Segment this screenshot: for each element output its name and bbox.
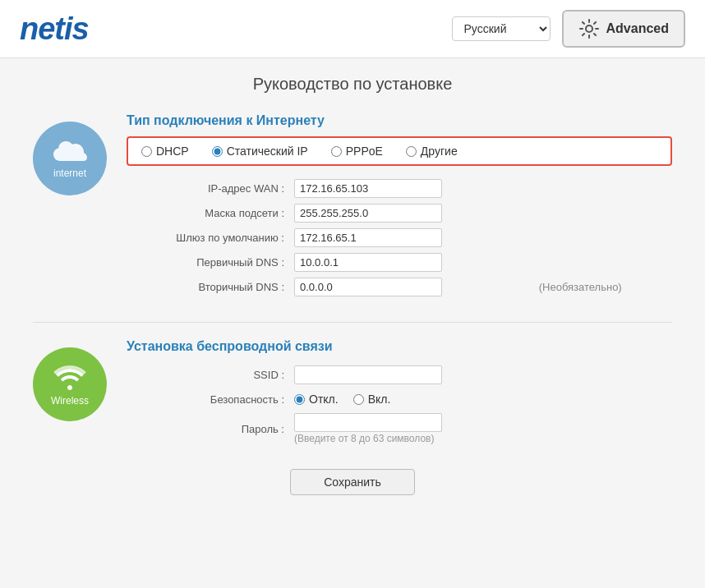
password-cell: (Введите от 8 до 63 символов) (291, 411, 657, 446)
table-row: SSID : (127, 362, 672, 387)
page-title: Руководство по установке (33, 75, 672, 94)
wifi-icon (52, 362, 88, 390)
header-right: Русский English Advanced (452, 10, 685, 48)
gateway-input[interactable] (294, 228, 442, 247)
security-label: Безопасность : (127, 387, 291, 411)
gear-icon (578, 18, 600, 39)
wan-ip-label: IP-адрес WAN : (127, 176, 291, 200)
radio-security-on-input[interactable] (353, 394, 364, 405)
subnet-label: Маска подсети : (127, 200, 291, 225)
radio-staticip-input[interactable] (212, 146, 223, 157)
radio-pppoe-input[interactable] (331, 146, 342, 157)
wireless-section: Wireless Установка беспроводной связи SS… (33, 339, 672, 446)
header: netis Русский English Advanced (0, 0, 705, 58)
security-cell: Откл. Вкл. (291, 387, 657, 411)
secondary-dns-input[interactable] (294, 278, 442, 296)
password-hint: (Введите от 8 до 63 символов) (294, 433, 653, 444)
wan-ip-input[interactable] (294, 179, 442, 198)
radio-security-off-label: Откл. (309, 393, 339, 406)
password-input[interactable] (294, 413, 442, 432)
radio-staticip[interactable]: Статический IP (212, 145, 308, 158)
radio-staticip-label: Статический IP (227, 145, 308, 158)
radio-dhcp-label: DHCP (156, 145, 189, 158)
language-select[interactable]: Русский English (452, 16, 551, 41)
subnet-cell (291, 200, 532, 225)
radio-dhcp[interactable]: DHCP (141, 145, 189, 158)
radio-security-off[interactable]: Откл. (294, 393, 339, 406)
table-row: Маска подсети : (127, 200, 672, 225)
secondary-dns-label: Вторичный DNS : (127, 274, 291, 299)
password-label: Пароль : (127, 411, 291, 446)
security-row: Откл. Вкл. (294, 393, 653, 406)
wireless-section-content: Установка беспроводной связи SSID : Безо… (127, 339, 672, 446)
secondary-dns-note: (Необязательно) (532, 274, 672, 299)
wireless-icon-circle: Wireless (33, 347, 107, 421)
radio-security-on[interactable]: Вкл. (353, 393, 391, 406)
radio-other-input[interactable] (406, 146, 417, 157)
svg-point-0 (586, 25, 592, 32)
wireless-section-title: Установка беспроводной связи (127, 339, 672, 354)
table-row: Безопасность : Откл. Вкл. (127, 387, 672, 411)
save-row: Сохранить (33, 469, 672, 495)
radio-pppoe[interactable]: PPPoE (331, 145, 383, 158)
table-row: Шлюз по умолчанию : (127, 225, 672, 250)
radio-pppoe-label: PPPoE (346, 145, 383, 158)
wireless-fields-table: SSID : Безопасность : Откл. (127, 362, 672, 446)
internet-section-title: Тип подключения к Интернету (127, 113, 672, 128)
ssid-input[interactable] (294, 365, 442, 384)
table-row: Первичный DNS : (127, 250, 672, 274)
main-content: Руководство по установке internet Тип по… (0, 58, 705, 588)
table-row: Пароль : (Введите от 8 до 63 символов) (127, 411, 672, 446)
radio-dhcp-input[interactable] (141, 146, 152, 157)
internet-section-content: Тип подключения к Интернету DHCP Статиче… (127, 113, 672, 299)
ssid-label: SSID : (127, 362, 291, 387)
internet-icon-label: internet (53, 168, 86, 179)
internet-icon-circle: internet (33, 122, 107, 195)
save-button[interactable]: Сохранить (290, 469, 415, 495)
primary-dns-input[interactable] (294, 253, 442, 272)
table-row: IP-адрес WAN : (127, 176, 672, 200)
ssid-cell (291, 362, 657, 387)
radio-security-off-input[interactable] (294, 394, 305, 405)
section-divider (33, 322, 672, 323)
radio-other-label: Другие (421, 145, 458, 158)
advanced-button[interactable]: Advanced (562, 10, 685, 48)
connection-type-box: DHCP Статический IP PPPoE Другие (127, 136, 672, 166)
primary-dns-label: Первичный DNS : (127, 250, 291, 274)
table-row: Вторичный DNS : (Необязательно) (127, 274, 672, 299)
wan-ip-cell (291, 176, 532, 200)
cloud-icon (52, 138, 88, 163)
internet-fields-table: IP-адрес WAN : Маска подсети : Шлюз по у… (127, 176, 672, 299)
advanced-label: Advanced (606, 21, 669, 36)
radio-security-on-label: Вкл. (368, 393, 391, 406)
subnet-input[interactable] (294, 204, 442, 223)
gateway-label: Шлюз по умолчанию : (127, 225, 291, 250)
secondary-dns-cell (291, 274, 532, 299)
primary-dns-cell (291, 250, 532, 274)
internet-section: internet Тип подключения к Интернету DHC… (33, 113, 672, 299)
wireless-icon-label: Wireless (51, 395, 89, 407)
logo: netis (20, 11, 89, 47)
radio-other[interactable]: Другие (406, 145, 458, 158)
gateway-cell (291, 225, 532, 250)
